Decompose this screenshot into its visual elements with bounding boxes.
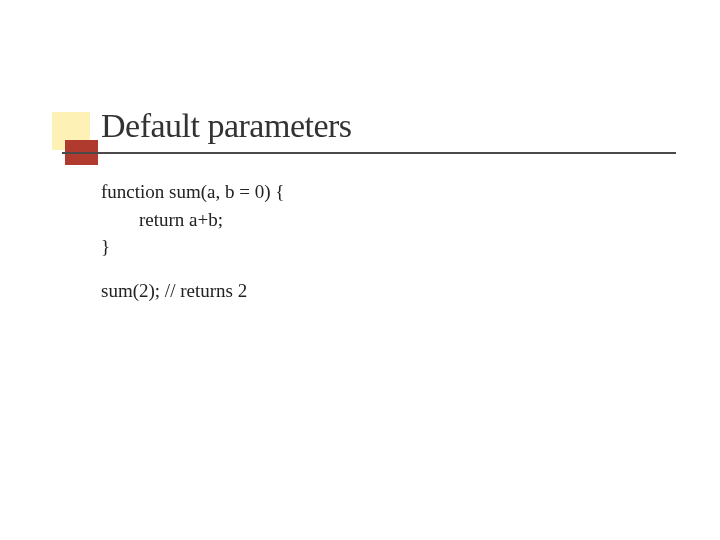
slide-corner-decoration bbox=[52, 112, 98, 165]
code-line-3: } bbox=[101, 233, 284, 261]
decoration-divider-line bbox=[62, 152, 676, 154]
code-line-2: return a+b; bbox=[101, 206, 284, 234]
code-line-1: function sum(a, b = 0) { bbox=[101, 178, 284, 206]
slide-title: Default parameters bbox=[101, 107, 352, 145]
code-spacer bbox=[101, 261, 284, 277]
code-line-4: sum(2); // returns 2 bbox=[101, 277, 284, 305]
slide-content: function sum(a, b = 0) { return a+b; } s… bbox=[101, 178, 284, 304]
